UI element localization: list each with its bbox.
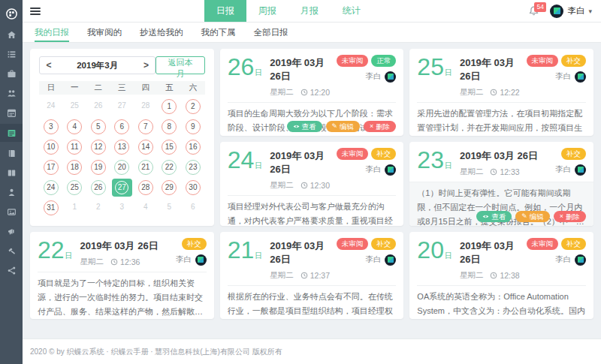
report-badges: 补交 <box>561 148 586 160</box>
avatar <box>575 254 586 266</box>
next-month-button[interactable]: > <box>137 60 155 71</box>
app-logo[interactable] <box>0 4 23 23</box>
report-time-text: 12:30 <box>310 181 330 190</box>
subnav-cc-to-me[interactable]: 抄送给我的 <box>140 23 183 42</box>
calendar-day-missing[interactable]: 18 <box>67 160 82 175</box>
subnav-all-reports[interactable]: 全部日报 <box>254 23 288 42</box>
report-card[interactable]: 24 日 2019年 03月 26日 星期二 12:30 未 <box>220 142 404 226</box>
weekday-label: 四 <box>134 83 158 93</box>
calendar-day-missing[interactable]: 3 <box>44 119 59 134</box>
calendar-day-missing[interactable]: 4 <box>67 119 82 134</box>
weekday-header: 日 一 二 三 四 五 六 <box>39 81 205 95</box>
sidebar-item-briefcase[interactable] <box>0 65 23 82</box>
report-day-suffix: 日 <box>65 252 73 260</box>
calendar-day-missing[interactable]: 28 <box>138 180 153 195</box>
tab-weekly-report[interactable]: 周报 <box>246 0 288 22</box>
sidebar-item-home[interactable] <box>0 26 23 43</box>
calendar-day-submitted[interactable]: 21 <box>138 160 153 175</box>
calendar-day-missing[interactable]: 13 <box>114 140 129 155</box>
report-card-meta: 未审阅补交 李白 <box>527 55 587 83</box>
calendar-day-missing[interactable]: 9 <box>186 119 201 134</box>
subnav-my-subordinates[interactable]: 我的下属 <box>201 23 236 42</box>
calendar-day-missing[interactable]: 17 <box>44 160 59 175</box>
sidebar-item-daily-report[interactable] <box>0 124 23 142</box>
view-button[interactable]: 查看 <box>287 121 322 133</box>
sidebar-item-approval[interactable] <box>0 242 23 259</box>
calendar-day-missing[interactable]: 16 <box>186 140 201 155</box>
calendar-day-missing[interactable]: 5 <box>91 119 106 134</box>
clock-icon <box>110 258 118 266</box>
tab-monthly-report[interactable]: 月报 <box>288 0 331 22</box>
subnav-my-reports[interactable]: 我的日报 <box>35 23 69 42</box>
report-card[interactable]: 26 日 2019年 03月 26日 星期二 12:20 未 <box>220 49 404 136</box>
report-day-suffix: 日 <box>255 252 262 260</box>
calendar-day-missing[interactable]: 15 <box>162 140 177 155</box>
calendar-day-missing[interactable]: 30 <box>186 180 201 195</box>
calendar-day-submitted[interactable]: 24 <box>44 180 59 195</box>
report-badges: 未审阅补交 <box>337 148 397 160</box>
notifications-button[interactable]: 54 <box>528 5 539 17</box>
report-card-titles: 2019年 03月 26日 星期二 12:22 <box>460 55 527 98</box>
calendar-day-missing[interactable]: 2 <box>186 99 201 114</box>
report-weekday: 星期二 <box>270 270 294 281</box>
edit-button[interactable]: ✎编辑 <box>515 211 550 223</box>
tab-daily-report[interactable]: 日报 <box>204 0 246 22</box>
avatar <box>385 71 396 83</box>
calendar-day-missing[interactable]: 29 <box>162 180 177 195</box>
report-subline: 星期二 12:38 <box>460 270 527 281</box>
back-to-current-month-button[interactable]: 返回本月 <box>156 56 204 74</box>
team-icon <box>7 89 17 98</box>
edit-button[interactable]: ✎编辑 <box>326 121 361 133</box>
report-author: 李白 <box>365 164 381 175</box>
hamburger-menu-icon[interactable] <box>23 0 48 22</box>
calendar-card: < 2019年3月 > 返回本月 日 一 二 三 四 五 六 242526272… <box>30 49 214 226</box>
tab-statistics[interactable]: 统计 <box>331 0 373 22</box>
calendar-day-submitted[interactable]: 20 <box>114 160 129 175</box>
calendar-day-outside: 2 <box>91 200 106 215</box>
calendar-day-submitted[interactable]: 23 <box>186 160 201 175</box>
calendar-day-missing[interactable]: 19 <box>91 160 106 175</box>
calendar-day-submitted[interactable]: 26 <box>91 180 106 195</box>
calendar-day-missing[interactable]: 1 <box>162 99 177 114</box>
calendar-day-missing[interactable]: 14 <box>138 140 153 155</box>
report-card[interactable]: 22 日 2019年 03月 26日 星期二 12:36 补 <box>30 232 214 319</box>
sidebar-item-share[interactable] <box>0 262 23 278</box>
sidebar-item-member[interactable] <box>0 184 23 200</box>
report-author-row: 李白 <box>365 71 396 83</box>
report-card[interactable]: 20 日 2019年 03月 26日 星期二 12:38 未 <box>409 232 593 319</box>
user-menu[interactable]: 李白 ▾ <box>550 5 592 18</box>
report-card[interactable]: 21 日 2019年 03月 26日 星期二 12:37 未 <box>220 232 404 319</box>
report-summary: 项目就是为了一个特定的目标，组织相关资源，进行的一次临时性的努力。项目结束时交付… <box>38 276 207 319</box>
calendar-day-missing[interactable]: 7 <box>138 119 153 134</box>
sidebar-item-notebook[interactable] <box>0 145 23 161</box>
calendar-day-submitted[interactable]: 22 <box>162 160 177 175</box>
weekday-label: 日 <box>39 83 63 93</box>
calendar-day-selected[interactable]: 27 <box>112 179 132 197</box>
report-author: 李白 <box>365 71 381 82</box>
calendar-day-missing[interactable]: 10 <box>44 140 59 155</box>
calendar-day-missing[interactable]: 11 <box>67 140 82 155</box>
calendar-day-missing[interactable]: 12 <box>91 140 106 155</box>
report-weekday: 星期二 <box>460 270 484 281</box>
subnav-reviewed-by-me[interactable]: 我审阅的 <box>87 23 122 42</box>
report-card[interactable]: 23 日 2019年 03月 26日 星期二 12:33 补 <box>409 142 593 226</box>
sidebar-item-team[interactable] <box>0 85 23 101</box>
sidebar-item-calendar[interactable] <box>0 104 23 121</box>
report-day: 25 日 <box>417 55 452 79</box>
report-card[interactable]: 25 日 2019年 03月 26日 星期二 12:22 未 <box>409 49 593 136</box>
report-weekday: 星期二 <box>80 257 104 267</box>
calendar-day-missing[interactable]: 31 <box>44 200 59 215</box>
prev-month-button[interactable]: < <box>40 60 58 71</box>
status-badge: 补交 <box>371 148 396 160</box>
calendar-day-submitted[interactable]: 25 <box>67 180 82 195</box>
sidebar-item-announcement[interactable] <box>0 223 23 239</box>
calendar-day-missing[interactable]: 6 <box>114 119 129 134</box>
delete-button[interactable]: ×删除 <box>554 211 586 223</box>
view-button[interactable]: 查看 <box>476 211 512 223</box>
calendar-day-missing[interactable]: 8 <box>162 119 177 134</box>
report-time: 12:36 <box>110 257 140 266</box>
sidebar-item-gallery[interactable] <box>0 203 23 220</box>
sidebar-item-list[interactable] <box>0 46 23 62</box>
sidebar-item-kanban[interactable] <box>0 164 23 181</box>
delete-button[interactable]: ×删除 <box>364 121 396 133</box>
